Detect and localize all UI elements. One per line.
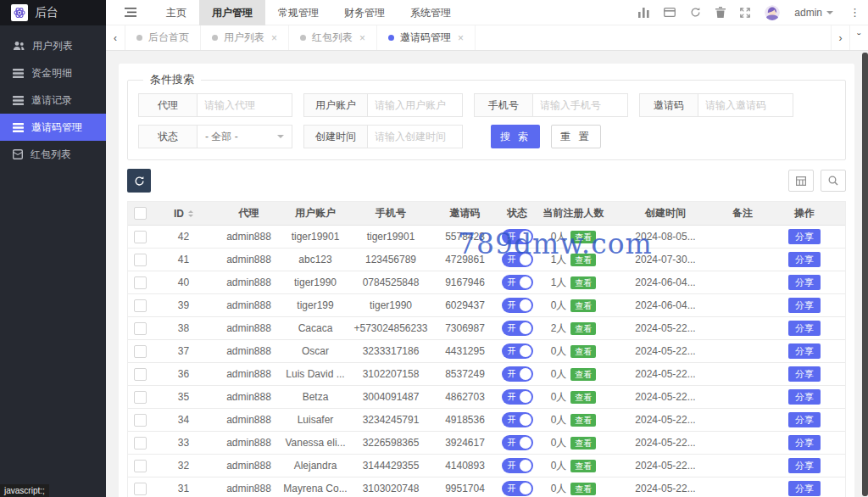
row-checkbox[interactable] — [134, 276, 147, 289]
status-toggle[interactable]: 开 — [502, 458, 533, 473]
share-button[interactable]: 分享 — [788, 366, 821, 382]
row-checkbox[interactable] — [134, 231, 147, 243]
view-button[interactable]: 查看 — [570, 254, 596, 266]
row-checkbox[interactable] — [134, 391, 147, 404]
tabs-scroll-left-icon[interactable]: ‹ — [106, 25, 125, 50]
tab-close-icon[interactable]: × — [271, 32, 277, 44]
menu-collapse-icon[interactable] — [106, 8, 153, 17]
phone-field-label: 手机号 — [474, 93, 533, 117]
row-checkbox[interactable] — [134, 437, 147, 450]
row-checkbox[interactable] — [134, 460, 147, 472]
phone-input[interactable] — [533, 93, 628, 117]
account-field-group: 用户账户 — [303, 93, 463, 117]
topnav-item-user-mgmt[interactable]: 用户管理 — [199, 0, 265, 25]
row-checkbox[interactable] — [134, 345, 147, 358]
row-checkbox[interactable] — [134, 483, 147, 495]
sidebar-item-user-list[interactable]: 用户列表 — [0, 32, 106, 59]
tabs-scroll-right-icon[interactable]: › — [831, 25, 849, 50]
share-button[interactable]: 分享 — [788, 229, 821, 244]
status-toggle[interactable]: 开 — [502, 435, 533, 450]
status-toggle[interactable]: 开 — [502, 366, 533, 382]
share-button[interactable]: 分享 — [788, 298, 821, 313]
tab-close-icon[interactable]: × — [359, 32, 365, 44]
tab-user-list[interactable]: 用户列表 × — [201, 25, 289, 50]
view-button[interactable]: 查看 — [570, 299, 596, 312]
row-checkbox[interactable] — [134, 368, 147, 381]
tab-dot-icon — [388, 35, 394, 41]
cell-agent: admin888 — [215, 294, 282, 317]
sidebar-item-fund-details[interactable]: 资金明细 — [0, 59, 106, 87]
status-toggle[interactable]: 开 — [502, 298, 533, 313]
topnav-item-finance-mgmt[interactable]: 财务管理 — [331, 0, 398, 25]
view-button[interactable]: 查看 — [570, 276, 596, 289]
status-toggle[interactable]: 开 — [502, 229, 533, 244]
columns-filter-button[interactable] — [788, 170, 814, 192]
view-button[interactable]: 查看 — [570, 368, 596, 381]
search-zoom-button[interactable] — [821, 170, 846, 192]
select-all-checkbox[interactable] — [134, 207, 147, 220]
tabs-menu-icon[interactable]: ˘ — [849, 25, 868, 50]
share-button[interactable]: 分享 — [788, 435, 821, 450]
view-button[interactable]: 查看 — [570, 391, 596, 404]
status-toggle[interactable]: 开 — [502, 252, 533, 267]
avatar[interactable] — [765, 5, 780, 20]
refresh-table-button[interactable] — [127, 169, 151, 193]
status-toggle[interactable]: 开 — [502, 275, 533, 290]
row-checkbox[interactable] — [134, 414, 147, 427]
view-button[interactable]: 查看 — [570, 231, 596, 243]
reset-button[interactable]: 重 置 — [551, 125, 600, 148]
tab-home[interactable]: 后台首页 — [125, 25, 201, 50]
cell-phone: 3102207158 — [348, 363, 433, 386]
status-select[interactable]: - 全部 - — [198, 125, 292, 148]
trash-icon[interactable] — [715, 7, 726, 18]
view-button[interactable]: 查看 — [570, 437, 596, 450]
card-icon[interactable] — [664, 8, 676, 17]
tab-close-icon[interactable]: × — [458, 32, 464, 44]
account-input[interactable] — [368, 93, 463, 117]
created-time-input[interactable] — [368, 125, 463, 148]
share-button[interactable]: 分享 — [788, 321, 821, 336]
tab-invite-code-mgmt[interactable]: 邀请码管理 × — [377, 25, 476, 50]
sidebar-item-invite-records[interactable]: 邀请记录 — [0, 87, 106, 114]
status-toggle[interactable]: 开 — [502, 321, 533, 336]
share-button[interactable]: 分享 — [788, 481, 821, 496]
share-button[interactable]: 分享 — [788, 252, 821, 267]
cell-remark — [721, 363, 764, 386]
tab-redpacket-list[interactable]: 红包列表 × — [289, 25, 377, 50]
row-checkbox[interactable] — [134, 322, 147, 335]
sidebar-item-redpacket-list[interactable]: 红包列表 — [0, 141, 106, 168]
refresh-icon[interactable] — [690, 7, 701, 18]
more-icon[interactable]: ⋮ — [848, 6, 860, 19]
view-button[interactable]: 查看 — [570, 460, 596, 472]
cell-phone: 3226598365 — [348, 432, 433, 455]
status-toggle[interactable]: 开 — [502, 389, 533, 405]
row-checkbox[interactable] — [134, 299, 147, 312]
view-button[interactable]: 查看 — [570, 483, 596, 495]
sort-icon[interactable] — [188, 210, 193, 217]
share-button[interactable]: 分享 — [788, 343, 821, 359]
topnav-item-system-mgmt[interactable]: 系统管理 — [398, 0, 464, 25]
share-button[interactable]: 分享 — [788, 389, 821, 405]
topnav-item-home[interactable]: 主页 — [153, 0, 199, 25]
expand-icon[interactable] — [740, 8, 750, 18]
status-toggle[interactable]: 开 — [502, 481, 533, 496]
header-id[interactable]: ID — [152, 202, 215, 226]
created-time-field-group: 创建时间 — [303, 125, 463, 148]
view-button[interactable]: 查看 — [570, 322, 596, 335]
status-toggle[interactable]: 开 — [502, 343, 533, 359]
chart-icon[interactable] — [638, 8, 649, 18]
topnav-item-general-mgmt[interactable]: 常规管理 — [265, 0, 331, 25]
vertical-scrollbar[interactable] — [862, 53, 868, 496]
status-toggle[interactable]: 开 — [502, 412, 533, 427]
search-button[interactable]: 搜 索 — [491, 125, 540, 148]
share-button[interactable]: 分享 — [788, 412, 821, 427]
row-checkbox[interactable] — [134, 254, 147, 266]
share-button[interactable]: 分享 — [788, 275, 821, 290]
sidebar-item-invite-code-mgmt[interactable]: 邀请码管理 — [0, 114, 106, 141]
user-menu[interactable]: admin — [794, 7, 833, 19]
view-button[interactable]: 查看 — [570, 414, 596, 427]
invite-code-input[interactable] — [698, 93, 793, 117]
share-button[interactable]: 分享 — [788, 458, 821, 473]
agent-input[interactable] — [198, 93, 292, 117]
view-button[interactable]: 查看 — [570, 345, 596, 358]
